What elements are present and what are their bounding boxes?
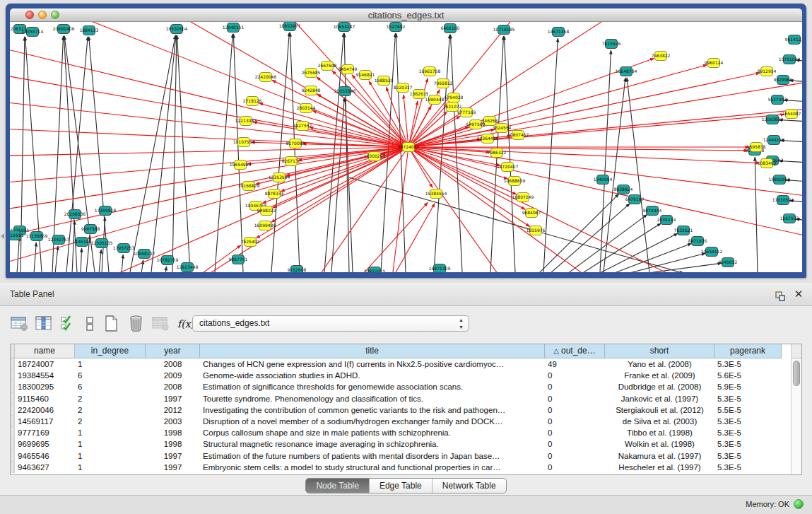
column-header-year[interactable]: year xyxy=(146,344,200,358)
network-node[interactable]: 9245652 xyxy=(719,258,738,267)
cell-title[interactable]: Estimation of significance thresholds fo… xyxy=(200,381,545,392)
cell-in_degree[interactable]: 2 xyxy=(75,393,146,404)
network-node[interactable]: 9857791 xyxy=(229,255,248,264)
network-node[interactable]: 8170083 xyxy=(286,139,305,148)
network-node[interactable]: 9146821 xyxy=(356,71,375,80)
network-node[interactable]: 2803144 xyxy=(297,104,316,113)
cell-pagerank[interactable]: 5.3E-5 xyxy=(714,450,782,462)
network-node[interactable]: 17359928 xyxy=(95,206,117,216)
network-node[interactable]: 6794028 xyxy=(445,93,464,103)
memory-status[interactable]: Memory: OK xyxy=(746,499,804,509)
cell-name[interactable]: 9465546 xyxy=(15,450,75,462)
cell-year[interactable]: 2012 xyxy=(146,404,200,416)
network-node[interactable]: 2675685 xyxy=(302,69,321,78)
column-header-short[interactable]: short xyxy=(605,344,714,358)
cell-in_degree[interactable]: 2 xyxy=(75,416,146,427)
network-node[interactable]: 9777169 xyxy=(457,108,476,117)
network-node[interactable]: 8938924 xyxy=(614,185,633,194)
cell-in_degree[interactable]: 1 xyxy=(75,438,146,450)
network-node[interactable]: 1167533 xyxy=(780,214,799,223)
cell-out_degree[interactable]: 0 xyxy=(545,404,605,416)
cell-title[interactable]: Tourette syndrome. Phenomenology and cla… xyxy=(200,393,545,404)
new-document-icon[interactable] xyxy=(102,315,121,333)
column-header-pagerank[interactable]: pagerank xyxy=(714,344,782,358)
network-node[interactable]: 10654112 xyxy=(701,247,723,257)
network-node[interactable]: 9684067 xyxy=(522,209,541,218)
cell-year[interactable]: 1997 xyxy=(146,450,200,462)
network-node[interactable]: 18107554 xyxy=(233,138,255,147)
cell-title[interactable]: Disruption of a novel member of a sodium… xyxy=(200,416,545,427)
cell-title[interactable]: Investigating the contribution of common… xyxy=(200,404,545,416)
cell-pagerank[interactable]: 5.3E-5 xyxy=(714,427,782,438)
network-node[interactable]: 15720407 xyxy=(497,163,519,172)
network-node[interactable]: 19166829 xyxy=(238,182,260,191)
network-node[interactable]: 8878334 xyxy=(265,189,284,199)
network-node[interactable]: 14055714 xyxy=(22,28,44,37)
cell-out_degree[interactable]: 0 xyxy=(545,416,605,427)
network-node[interactable]: 9152608 xyxy=(288,266,307,273)
cell-name[interactable]: 14569117 xyxy=(15,416,75,427)
cell-pagerank[interactable]: 5.3E-5 xyxy=(714,462,782,473)
table-settings-icon[interactable] xyxy=(10,315,29,333)
network-node[interactable]: 22420046 xyxy=(255,73,277,82)
cell-name[interactable]: 9777169 xyxy=(15,427,75,438)
cell-year[interactable]: 2008 xyxy=(146,358,200,370)
cell-out_degree[interactable]: 49 xyxy=(545,358,605,370)
network-node[interactable]: 20053346 xyxy=(334,87,356,96)
network-node[interactable]: 11156869 xyxy=(26,232,48,241)
cell-title[interactable]: Genome-wide association studies in ADHD. xyxy=(200,370,545,381)
cell-out_degree[interactable]: 0 xyxy=(545,427,605,438)
cell-out_degree[interactable]: 0 xyxy=(545,381,605,392)
cell-short[interactable]: Dudbridge et al. (2008) xyxy=(605,381,714,392)
network-node[interactable]: 12093832 xyxy=(762,115,784,124)
cell-short[interactable]: Tibbo et al. (1998) xyxy=(605,427,714,438)
network-node[interactable]: 17016504 xyxy=(772,196,794,205)
network-node[interactable]: 9329966 xyxy=(774,76,793,85)
delete-item-icon[interactable] xyxy=(126,315,146,333)
tab-edge-table[interactable]: Edge Table xyxy=(370,479,433,493)
cell-name[interactable]: 9463627 xyxy=(15,462,75,473)
network-node[interactable]: 9097588 xyxy=(81,225,100,234)
tab-network-table[interactable]: Network Table xyxy=(433,479,506,493)
network-node[interactable]: 1527602 xyxy=(387,23,406,32)
close-panel-icon[interactable]: ✕ xyxy=(792,287,805,301)
cell-out_degree[interactable]: 0 xyxy=(545,370,605,381)
network-node[interactable]: 2667608 xyxy=(318,62,337,71)
float-panel-icon[interactable] xyxy=(774,288,787,301)
network-node[interactable]: 9498222 xyxy=(257,206,276,216)
network-canvas[interactable]: 2063176140557142069140618841331653160412… xyxy=(10,22,802,272)
cell-in_degree[interactable]: 1 xyxy=(75,358,146,370)
network-node[interactable]: 1588520 xyxy=(375,76,394,86)
cell-short[interactable]: Franke et al. (2009) xyxy=(605,370,714,381)
network-node[interactable]: 12505135 xyxy=(91,239,113,248)
column-header-title[interactable]: title xyxy=(200,344,545,358)
network-node[interactable]: 10958107 xyxy=(134,250,155,259)
network-node[interactable]: 7615526 xyxy=(602,40,621,49)
cell-in_degree[interactable]: 6 xyxy=(75,381,146,392)
network-node[interactable]: 20364486 xyxy=(477,134,499,144)
cell-out_degree[interactable]: 0 xyxy=(545,462,605,473)
network-node[interactable]: 16648784 xyxy=(616,67,637,76)
show-columns-icon[interactable] xyxy=(35,315,54,333)
network-node[interactable]: 9474444 xyxy=(643,206,662,216)
cell-name[interactable]: 19384554 xyxy=(15,370,75,381)
network-node[interactable]: 8912954 xyxy=(758,67,777,76)
network-node[interactable]: 1083493 xyxy=(758,159,777,168)
network-node[interactable]: 17957253 xyxy=(113,244,135,253)
cell-title[interactable]: Corpus callosum shape and size in male p… xyxy=(200,427,545,438)
network-node[interactable]: 18807249 xyxy=(512,193,534,202)
select-columns-icon[interactable] xyxy=(59,315,75,333)
column-header-out_degree[interactable]: △out_de… xyxy=(545,344,605,358)
network-node[interactable]: 7986322 xyxy=(488,148,507,158)
cell-short[interactable]: Nakamura et al. (1997) xyxy=(605,450,714,462)
cell-title[interactable]: Embryonic stem cells: a model to study s… xyxy=(200,462,545,473)
network-node[interactable]: 1654087 xyxy=(782,110,801,119)
cell-name[interactable]: 18300295 xyxy=(15,381,75,392)
network-graph[interactable]: 2063176140557142069140618841331653160412… xyxy=(10,22,802,272)
network-node[interactable]: 9227343 xyxy=(768,95,787,105)
network-node[interactable]: 18300295 xyxy=(364,152,386,161)
cell-name[interactable]: 9115460 xyxy=(15,393,75,404)
cell-in_degree[interactable]: 6 xyxy=(75,370,146,381)
network-node[interactable]: 8471676 xyxy=(688,237,707,246)
column-header-in_degree[interactable]: in_degree xyxy=(75,344,146,358)
